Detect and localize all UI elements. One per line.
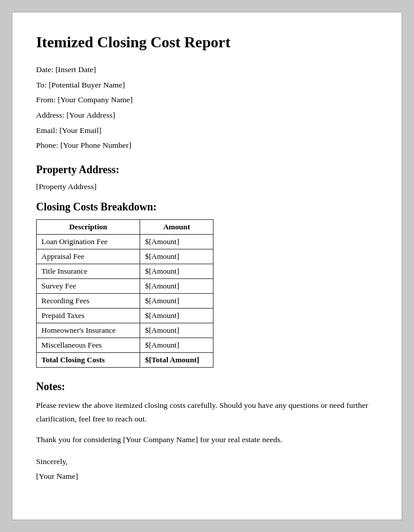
sincerely-label: Sincerely,: [36, 454, 378, 469]
row-amount: $[Amount]: [140, 278, 214, 293]
total-label: Total Closing Costs: [37, 352, 140, 367]
address-label: Address:: [36, 111, 64, 119]
table-row: Loan Origination Fee$[Amount]: [37, 234, 214, 249]
row-description: Survey Fee: [37, 278, 140, 293]
table-row: Appraisal Fee$[Amount]: [37, 249, 214, 264]
table-body: Loan Origination Fee$[Amount]Appraisal F…: [37, 234, 214, 352]
sincerely-block: Sincerely, [Your Name]: [36, 454, 378, 484]
meta-date: Date: [Insert Date]: [36, 62, 378, 77]
row-description: Loan Origination Fee: [37, 234, 140, 249]
date-value: [Insert Date]: [56, 65, 96, 74]
page-container: Itemized Closing Cost Report Date: [Inse…: [12, 12, 402, 520]
row-amount: $[Amount]: [140, 323, 214, 338]
table-row: Survey Fee$[Amount]: [37, 278, 214, 293]
row-description: Appraisal Fee: [37, 249, 140, 264]
date-label: Date:: [36, 65, 53, 74]
row-amount: $[Amount]: [140, 338, 214, 352]
table-header-row: Description Amount: [37, 219, 214, 234]
to-value: [Potential Buyer Name]: [48, 80, 125, 89]
address-value: [Your Address]: [66, 111, 115, 119]
breakdown-heading: Closing Costs Breakdown:: [36, 201, 378, 213]
email-label: Email:: [36, 126, 57, 135]
notes-section: Notes: Please review the above itemized …: [36, 381, 378, 484]
table-row: Recording Fees$[Amount]: [37, 293, 214, 308]
meta-phone: Phone: [Your Phone Number]: [36, 138, 378, 153]
table-row: Prepaid Taxes$[Amount]: [37, 308, 214, 323]
phone-label: Phone:: [36, 141, 59, 150]
from-label: From:: [36, 95, 56, 104]
col-amount-header: Amount: [140, 219, 214, 234]
table-row: Miscellaneous Fees$[Amount]: [37, 338, 214, 352]
notes-body: Please review the above itemized closing…: [36, 399, 378, 447]
meta-email: Email: [Your Email]: [36, 123, 378, 138]
property-heading: Property Address:: [36, 164, 378, 176]
row-amount: $[Amount]: [140, 249, 214, 264]
col-description-header: Description: [37, 219, 140, 234]
row-description: Recording Fees: [37, 293, 140, 308]
row-description: Prepaid Taxes: [37, 308, 140, 323]
email-value: [Your Email]: [59, 126, 101, 135]
notes-para-2: Thank you for considering [Your Company …: [36, 433, 378, 447]
report-title: Itemized Closing Cost Report: [36, 34, 378, 51]
notes-heading: Notes:: [36, 381, 378, 393]
meta-to: To: [Potential Buyer Name]: [36, 77, 378, 93]
meta-from: From: [Your Company Name]: [36, 92, 378, 108]
row-amount: $[Amount]: [140, 308, 214, 323]
table-total-row: Total Closing Costs $[Total Amount]: [37, 352, 214, 367]
phone-value: [Your Phone Number]: [60, 141, 131, 150]
costs-table: Description Amount Loan Origination Fee$…: [36, 219, 214, 368]
table-row: Homeowner's Insurance$[Amount]: [37, 323, 214, 338]
meta-address: Address: [Your Address]: [36, 108, 378, 123]
row-description: Homeowner's Insurance: [37, 323, 140, 338]
row-amount: $[Amount]: [140, 264, 214, 278]
your-name: [Your Name]: [36, 469, 378, 484]
row-amount: $[Amount]: [140, 293, 214, 308]
to-label: To:: [36, 80, 47, 89]
row-amount: $[Amount]: [140, 234, 214, 249]
row-description: Miscellaneous Fees: [37, 338, 140, 352]
total-amount: $[Total Amount]: [140, 352, 214, 367]
row-description: Title Insurance: [37, 264, 140, 278]
from-value: [Your Company Name]: [57, 95, 132, 104]
table-row: Title Insurance$[Amount]: [37, 264, 214, 278]
notes-para-1: Please review the above itemized closing…: [36, 399, 378, 426]
meta-info: Date: [Insert Date] To: [Potential Buyer…: [36, 62, 378, 153]
breakdown-section: Closing Costs Breakdown: Description Amo…: [36, 201, 378, 368]
property-address: [Property Address]: [36, 182, 378, 192]
